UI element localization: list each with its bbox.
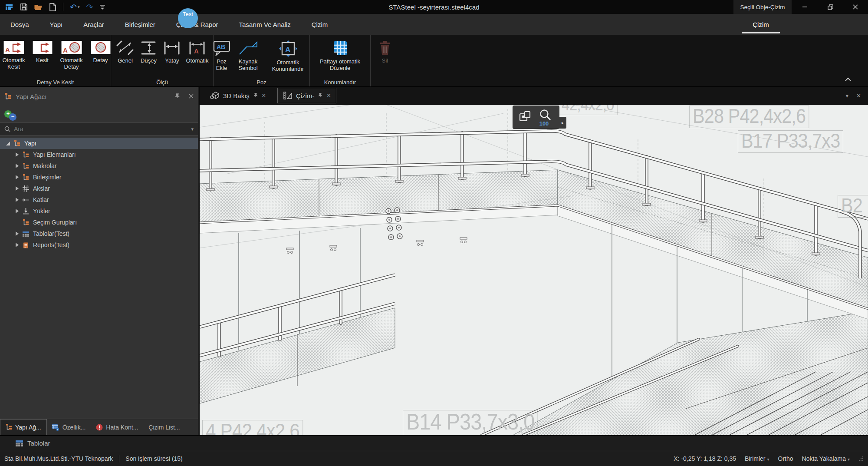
tables-bar-label: Tablolar [27, 440, 50, 447]
collapsed-arrow-icon[interactable] [16, 198, 19, 202]
tree-item-katlar[interactable]: Katlar [0, 194, 198, 205]
collapsed-arrow-icon[interactable] [16, 243, 19, 247]
app-logo-icon[interactable] [5, 3, 13, 11]
structure-tree-panel: Yapı Ağacı + − ▾ Yapı Yapı Elemanları [0, 87, 199, 435]
close-button[interactable] [843, 0, 868, 14]
ortho-toggle[interactable]: Ortho [778, 455, 793, 462]
restore-button[interactable] [818, 0, 843, 14]
beam-label[interactable]: B14 P33,7x3,0 [403, 410, 538, 435]
collapse-ribbon-button[interactable] [845, 75, 852, 83]
zoom-tool-icon[interactable]: 100 [538, 109, 553, 126]
tree-item-tablolar[interactable]: Tablolar(Test) [0, 228, 198, 239]
properties-tab-icon [52, 424, 59, 431]
menu-tasarim-analiz[interactable]: Tasarım Ve Analiz [229, 21, 301, 28]
active-tab-underline [742, 32, 780, 33]
collapsed-arrow-icon[interactable] [16, 186, 19, 191]
menu-dosya[interactable]: Dosya [0, 21, 39, 28]
tab-ozellik[interactable]: Özellik... [47, 419, 91, 435]
beam-label[interactable]: 42,4x2,0 [558, 105, 618, 115]
close-tab-icon[interactable]: ✕ [262, 93, 266, 99]
yatay-button[interactable]: Yatay [161, 40, 182, 64]
search-dropdown-icon[interactable]: ▾ [191, 126, 194, 132]
wireframe-drawing[interactable] [200, 105, 868, 435]
genel-button[interactable]: Genel [115, 40, 135, 64]
trash-icon [379, 40, 391, 55]
minimize-button[interactable] [792, 0, 818, 14]
menu-birlesimler[interactable]: Birleşimler [115, 21, 166, 28]
undo-icon[interactable]: ↶▾ [70, 3, 79, 11]
contextual-group-header: Seçili Obje-Çizim [733, 0, 792, 14]
pin-icon[interactable] [318, 93, 323, 99]
otomatik-kesit-button[interactable]: A Otomatik Kesit [0, 40, 29, 70]
tab-hata-kontrol[interactable]: Hata Kont... [91, 419, 143, 435]
sheet-layout-icon[interactable] [519, 110, 532, 125]
detay-button[interactable]: Detay [89, 40, 112, 63]
menu-yapi[interactable]: Yapı [39, 21, 73, 28]
drawing-viewport[interactable]: 42,4x2,0 B28 P42,4x2,6 B17 P33,7x3 B2 B1… [200, 105, 868, 435]
close-document-icon[interactable]: ✕ [856, 93, 861, 99]
tree-item-makrolar[interactable]: Makrolar [0, 160, 198, 172]
collapse-all-button[interactable]: − [9, 113, 16, 121]
menu-cizim[interactable]: Çizim [301, 21, 339, 28]
kaynak-sembol-button[interactable]: Kaynak Sembol [234, 40, 262, 71]
collapsed-arrow-icon[interactable] [16, 175, 19, 179]
tree-item-reports[interactable]: Reports(Test) [0, 239, 198, 251]
expanded-arrow-icon[interactable] [6, 142, 10, 145]
paftayi-otomatik-duzenle-button[interactable]: Paftayı otomatik Düzenle [313, 40, 368, 71]
svg-text:A: A [63, 46, 68, 54]
save-icon[interactable] [20, 3, 28, 11]
ribbon: A Otomatik Kesit Kesit A Otomatik Detay … [0, 35, 868, 87]
beam-label[interactable]: 4 P42,4x2,6 [202, 420, 303, 435]
beam-label[interactable]: B28 P42,4x2,6 [689, 106, 809, 128]
kesit-button[interactable]: Kesit [31, 40, 54, 63]
menu-araclar[interactable]: Araçlar [73, 21, 115, 28]
quick-access-toolbar: ↶▾ ↷ [0, 3, 105, 11]
tree-panel-icon [4, 93, 11, 100]
pin-icon[interactable] [174, 93, 180, 100]
tree-root-yapi[interactable]: Yapı [0, 138, 198, 149]
doc-tab-cizim[interactable]: Çizim- ✕ [277, 88, 337, 103]
tree-item-yapi-elemanlari[interactable]: Yapı Elemanları [0, 149, 198, 160]
tree-item-secim-gruplari[interactable]: Seçim Gurupları [0, 217, 198, 228]
close-panel-icon[interactable] [189, 93, 194, 100]
search-input[interactable] [14, 126, 187, 132]
collapsed-arrow-icon[interactable] [16, 164, 19, 168]
toolbar-separator [63, 3, 63, 11]
open-folder-icon[interactable] [34, 3, 43, 11]
collapsed-arrow-icon[interactable] [16, 209, 19, 213]
close-tab-icon[interactable]: ✕ [326, 93, 331, 99]
tables-bar[interactable]: Tablolar [0, 435, 868, 451]
tree-item-yukler[interactable]: Yükler [0, 205, 198, 217]
tab-yapi-agaci[interactable]: Yapı Ağ... [0, 419, 47, 435]
panel-title: Yapı Ağacı [16, 93, 166, 100]
beam-label[interactable]: B17 P33,7x3 [738, 130, 843, 153]
collapsed-arrow-icon[interactable] [16, 152, 19, 157]
toolbar-expand-icon[interactable]: ▸ [559, 117, 566, 129]
tree-item-akslar[interactable]: Akslar [0, 183, 198, 194]
resize-grip-icon[interactable] [858, 456, 864, 461]
tab-list-dropdown-icon[interactable]: ▾ [846, 93, 849, 99]
tree-item-birlesimler[interactable]: Birleşimler [0, 172, 198, 183]
tab-cizim-listesi[interactable]: Çizim List... [143, 419, 185, 435]
title-bar: ↶▾ ↷ STASteel -seyirterası.steel4cad Seç… [0, 0, 868, 14]
load-arrow-icon [23, 208, 29, 215]
otomatik-konumlandir-button[interactable]: A Otomatik Konumlandır [265, 40, 312, 72]
otomatik-detay-button[interactable]: A Otomatik Detay [56, 40, 87, 70]
pin-icon[interactable] [253, 93, 258, 99]
contextual-tab-cizim[interactable]: Çizim [740, 14, 782, 35]
new-file-icon[interactable] [49, 3, 56, 11]
collapsed-arrow-icon[interactable] [16, 231, 19, 236]
otomatik-dimension-icon: A [187, 40, 207, 55]
snap-dropdown[interactable]: Nokta Yakalama▾ [802, 455, 850, 462]
undo-dropdown-icon[interactable]: ▾ [78, 5, 80, 9]
redo-icon[interactable]: ↷ [86, 3, 93, 11]
doc-tab-3d-bakis[interactable]: 3D Bakış ✕ [205, 88, 271, 103]
tree-node-icon [14, 140, 20, 147]
poz-ekle-button[interactable]: AB Poz Ekle [212, 40, 232, 71]
tree-node-icon [23, 163, 29, 169]
otomatik-olcu-button[interactable]: A Otomatik [185, 40, 209, 64]
units-dropdown[interactable]: Birimler▾ [745, 455, 769, 462]
dusey-button[interactable]: Düşey [138, 40, 159, 64]
customize-toolbar-icon[interactable] [99, 4, 105, 10]
beam-label[interactable]: B2 [838, 195, 868, 218]
